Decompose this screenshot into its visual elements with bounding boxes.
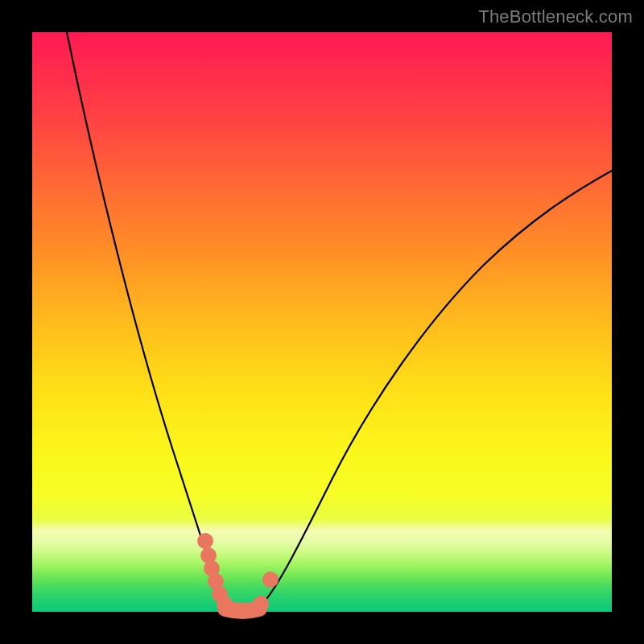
marker-dot	[262, 572, 279, 588]
left-curve	[67, 32, 229, 609]
plot-area	[32, 32, 612, 612]
chart-svg	[32, 32, 612, 612]
chart-frame: TheBottleneck.com	[0, 0, 644, 644]
marker-dot	[197, 533, 213, 549]
right-curve	[258, 171, 612, 609]
watermark-text: TheBottleneck.com	[478, 6, 633, 27]
marker-dot	[217, 596, 233, 612]
marker-dot	[253, 596, 269, 612]
